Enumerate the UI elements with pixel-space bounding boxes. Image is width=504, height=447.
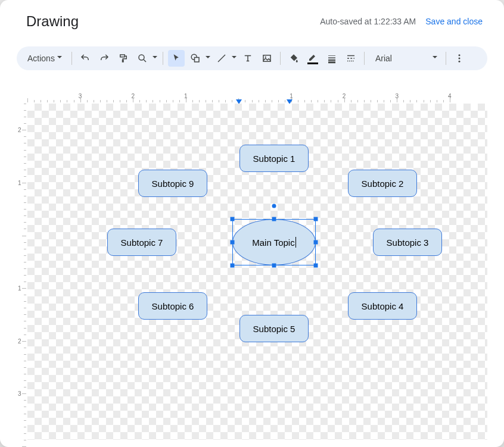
- separator: [446, 52, 446, 65]
- separator: [71, 52, 72, 65]
- subtopic-label: Subtopic 3: [387, 237, 429, 248]
- resize-handle-se[interactable]: [314, 264, 318, 268]
- chevron-down-icon: [206, 56, 210, 61]
- fill-bucket-icon: [288, 53, 299, 64]
- subtopic-3-shape[interactable]: Subtopic 3: [373, 229, 442, 256]
- subtopic-5-shape[interactable]: Subtopic 5: [239, 315, 309, 342]
- resize-handle-ne[interactable]: [314, 217, 318, 221]
- subtopic-label: Subtopic 9: [152, 179, 194, 189]
- image-icon: [262, 53, 272, 64]
- subtopic-label: Subtopic 7: [121, 237, 163, 248]
- svg-point-6: [458, 58, 460, 60]
- resize-handle-n[interactable]: [272, 217, 276, 221]
- subtopic-label: Subtopic 4: [362, 301, 404, 311]
- main-topic-shape[interactable]: Main Topic: [232, 219, 316, 265]
- pencil-icon: [308, 52, 318, 62]
- drawing-dialog: Drawing Auto-saved at 1:22:33 AM Save an…: [0, 0, 504, 447]
- drawing-canvas[interactable]: Main Topic Subtopic 1Subtopic 2Subtopic …: [27, 104, 487, 440]
- subtopic-4-shape[interactable]: Subtopic 4: [348, 292, 417, 320]
- font-name-label: Arial: [375, 54, 392, 63]
- subtopic-label: Subtopic 5: [253, 324, 295, 334]
- chevron-down-icon: [433, 56, 437, 61]
- svg-rect-2: [194, 58, 199, 62]
- more-vertical-icon: [454, 53, 465, 64]
- line-tool-button[interactable]: [213, 50, 230, 67]
- select-tool-button[interactable]: [168, 50, 185, 67]
- actions-menu-button[interactable]: Actions: [23, 50, 67, 67]
- subtopic-2-shape[interactable]: Subtopic 2: [348, 170, 417, 197]
- shape-combo: [187, 50, 211, 67]
- border-color-button[interactable]: [304, 50, 321, 67]
- subtopic-label: Subtopic 6: [152, 301, 194, 311]
- subtopic-6-shape[interactable]: Subtopic 6: [138, 292, 207, 320]
- chevron-down-icon: [57, 56, 62, 61]
- paint-roller-icon: [118, 53, 129, 64]
- shape-tool-button[interactable]: [187, 50, 204, 67]
- svg-point-4: [265, 57, 266, 58]
- vertical-ruler[interactable]: 21123: [17, 104, 27, 440]
- subtopic-7-shape[interactable]: Subtopic 7: [107, 229, 176, 256]
- resize-handle-s[interactable]: [272, 264, 276, 268]
- header-right: Auto-saved at 1:22:33 AM Save and close: [320, 17, 483, 26]
- zoom-combo: [134, 50, 158, 67]
- image-tool-button[interactable]: [259, 50, 275, 67]
- separator: [364, 52, 365, 65]
- zoom-icon: [137, 53, 148, 64]
- separator: [280, 52, 281, 65]
- zoom-dropdown[interactable]: [151, 50, 158, 67]
- color-underline: [307, 62, 318, 64]
- redo-button[interactable]: [96, 50, 113, 67]
- rotate-handle[interactable]: [272, 204, 276, 208]
- subtopic-label: Subtopic 2: [362, 179, 404, 189]
- zoom-button[interactable]: [134, 50, 151, 67]
- chevron-down-icon: [232, 56, 237, 61]
- fill-color-button[interactable]: [285, 50, 302, 67]
- line-icon: [216, 53, 227, 64]
- resize-handle-sw[interactable]: [231, 264, 235, 268]
- resize-handle-e[interactable]: [314, 240, 318, 245]
- main-topic-label: Main Topic: [252, 237, 294, 248]
- line-dropdown[interactable]: [230, 50, 237, 67]
- svg-rect-3: [263, 55, 270, 62]
- save-and-close-button[interactable]: Save and close: [425, 17, 483, 26]
- line-weight-icon: [326, 53, 337, 64]
- redo-icon: [99, 53, 110, 64]
- shape-icon: [190, 53, 201, 64]
- dialog-title: Drawing: [26, 13, 79, 30]
- textbox-icon: [242, 53, 253, 64]
- toolbar: Actions: [17, 46, 487, 70]
- more-options-button[interactable]: [451, 50, 468, 67]
- paint-format-button[interactable]: [115, 50, 132, 67]
- line-combo: [213, 50, 237, 67]
- svg-point-0: [139, 55, 144, 60]
- font-family-selector[interactable]: Arial: [369, 50, 441, 67]
- border-dash-button[interactable]: [343, 50, 359, 67]
- dialog-header: Drawing Auto-saved at 1:22:33 AM Save an…: [0, 0, 504, 30]
- actions-label: Actions: [27, 54, 55, 63]
- svg-point-5: [458, 54, 460, 56]
- horizontal-ruler[interactable]: 3211234: [17, 93, 487, 104]
- textbox-tool-button[interactable]: [239, 50, 256, 67]
- chevron-down-icon: [153, 56, 157, 61]
- svg-point-7: [458, 61, 460, 62]
- line-dash-icon: [346, 53, 356, 64]
- autosave-status: Auto-saved at 1:22:33 AM: [320, 17, 416, 26]
- resize-handle-w[interactable]: [231, 240, 235, 245]
- undo-icon: [80, 53, 91, 64]
- separator: [163, 52, 163, 65]
- undo-button[interactable]: [77, 50, 94, 67]
- subtopic-label: Subtopic 1: [253, 154, 295, 164]
- subtopic-9-shape[interactable]: Subtopic 9: [138, 170, 207, 197]
- cursor-icon: [171, 53, 182, 64]
- resize-handle-nw[interactable]: [231, 217, 235, 221]
- shape-dropdown[interactable]: [204, 50, 211, 67]
- editor-area: 3211234 21123 Main Topic: [17, 93, 487, 440]
- border-weight-button[interactable]: [323, 50, 340, 67]
- text-cursor: [295, 237, 296, 248]
- subtopic-1-shape[interactable]: Subtopic 1: [239, 145, 309, 172]
